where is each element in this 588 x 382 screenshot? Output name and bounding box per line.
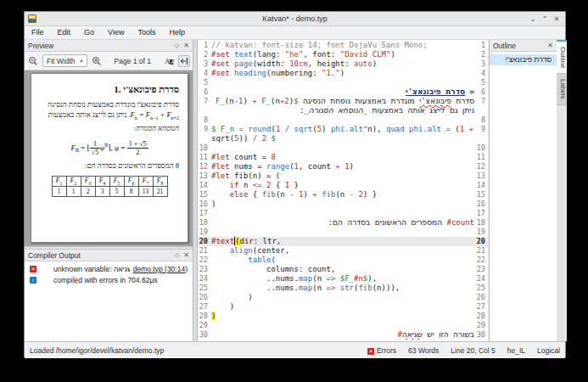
code-text[interactable]: if n <= 2 { 1 } bbox=[211, 181, 474, 190]
line-number-right: 2 bbox=[474, 50, 488, 59]
editor-line[interactable]: 18#count המספרים הראשונים בסדרה הם:18 bbox=[198, 218, 488, 228]
editor-line[interactable]: 9$ F_n = round(1 / sqrt(5) phi.alt^n), q… bbox=[198, 125, 488, 143]
line-number-right: 15 bbox=[474, 190, 488, 199]
float-panel-icon[interactable]: ⬦ bbox=[175, 251, 180, 260]
title-bar[interactable]: Katvan* - demo.typ ⌄ ⌃ ✕ bbox=[25, 12, 565, 26]
status-he-il[interactable]: he_IL bbox=[507, 346, 525, 355]
menu-item-go[interactable]: Go bbox=[77, 26, 101, 39]
menu-item-edit[interactable]: Edit bbox=[51, 26, 78, 39]
code-text[interactable] bbox=[211, 321, 474, 330]
code-editor[interactable]: 1// katvan: font-size 14; font DejaVu Sa… bbox=[198, 40, 488, 341]
editor-line[interactable]: 2#set text(lang: "he", font: "David CLM"… bbox=[198, 50, 488, 59]
code-text[interactable]: #let nums = range(1, count + 1) bbox=[211, 162, 474, 171]
code-text[interactable]: #count המספרים הראשונים בסדרה הם: bbox=[211, 218, 474, 228]
code-text[interactable]: ..nums.map(n => $F_#n$), bbox=[211, 274, 474, 284]
editor-line[interactable]: 30בשורה הזו יש #שגיאה30 bbox=[198, 330, 488, 340]
status-errors[interactable]: ✕Errors bbox=[367, 346, 396, 355]
side-tab-outline[interactable]: Outline bbox=[557, 40, 567, 74]
editor-line[interactable]: 1// katvan: font-size 14; font DejaVu Sa… bbox=[198, 41, 488, 50]
editor-line[interactable]: 2929 bbox=[198, 321, 488, 330]
zoom-in-icon[interactable] bbox=[91, 55, 103, 67]
line-number-right: 11 bbox=[474, 153, 488, 162]
editor-line[interactable]: 88 bbox=[198, 115, 488, 125]
code-text[interactable]: #set page(width: 10cm, height: auto) bbox=[211, 59, 474, 69]
code-text[interactable]: #let fib(n) = ( bbox=[211, 171, 474, 181]
status-line-20-col-5[interactable]: Line 20, Col 5 bbox=[451, 346, 495, 355]
editor-line[interactable]: 7סדרת פיבונאצ'י מוגדרת באמצעות נוסחת הנס… bbox=[198, 97, 488, 115]
compiler-panel-header: Compiler Output ⬦ ✕ bbox=[25, 250, 193, 261]
code-text[interactable]: $ F_n = round(1 / sqrt(5) phi.alt^n), qu… bbox=[211, 125, 474, 143]
outline-item[interactable]: סדרת פיבונאצ'י bbox=[490, 54, 557, 65]
side-tab-labels[interactable]: Labels bbox=[557, 74, 567, 105]
editor-line[interactable]: 21 align(center,21 bbox=[198, 246, 488, 256]
status-logical[interactable]: Logical bbox=[537, 346, 560, 355]
code-text[interactable] bbox=[211, 115, 474, 125]
editor-line[interactable]: 11#let count = 811 bbox=[198, 153, 488, 162]
editor-line[interactable]: 25 ..nums.map(n => str(fib(n))),25 bbox=[198, 284, 488, 293]
document-page: 1. סדרת פיבונאצ'י סדרת פיבונאצ'י מוגדרת … bbox=[31, 73, 188, 243]
float-panel-icon[interactable]: ⬦ bbox=[175, 42, 180, 50]
code-text[interactable]: #set heading(numbering: "1.") bbox=[211, 69, 474, 78]
line-number-left: 11 bbox=[198, 153, 211, 162]
code-text[interactable]: ) bbox=[211, 199, 474, 209]
code-text[interactable] bbox=[211, 228, 474, 237]
editor-line[interactable]: 27 )27 bbox=[198, 302, 488, 312]
code-text[interactable]: = סדרת פיבונאצ'י bbox=[211, 87, 474, 97]
editor-line[interactable]: 6= סדרת פיבונאצ'י6 bbox=[198, 87, 488, 97]
zoom-out-icon[interactable] bbox=[27, 55, 39, 67]
line-number-right: 17 bbox=[474, 209, 488, 218]
editor-line[interactable]: 23 columns: count,23 bbox=[198, 265, 488, 274]
menu-item-view[interactable]: View bbox=[101, 26, 131, 39]
code-text[interactable]: align(center, bbox=[211, 246, 474, 256]
code-text[interactable]: #text(dir: ltr, bbox=[211, 237, 474, 246]
code-text[interactable]: ) bbox=[211, 312, 474, 321]
close-panel-icon[interactable]: ✕ bbox=[183, 251, 189, 260]
code-text[interactable] bbox=[211, 143, 474, 153]
code-text[interactable]: table( bbox=[211, 256, 474, 265]
editor-line[interactable]: 28)28 bbox=[198, 312, 488, 321]
line-number-right: 23 bbox=[474, 265, 488, 274]
emphasized-text: הנוסחא הסגורה bbox=[136, 124, 179, 132]
code-text[interactable]: columns: count, bbox=[211, 265, 474, 274]
menu-item-tools[interactable]: Tools bbox=[131, 26, 162, 39]
menu-item-file[interactable]: File bbox=[25, 26, 51, 39]
line-number-right: 22 bbox=[474, 256, 488, 265]
preview-viewport[interactable]: 1. סדרת פיבונאצ'י סדרת פיבונאצ'י מוגדרת … bbox=[25, 70, 193, 246]
code-text[interactable]: סדרת פיבונאצ'י מוגדרת באמצעות נוסחת הנסי… bbox=[211, 97, 474, 115]
editor-line[interactable]: 55 bbox=[198, 78, 488, 87]
code-text[interactable] bbox=[211, 78, 474, 87]
code-text[interactable]: ..nums.map(n => str(fib(n))), bbox=[211, 284, 474, 293]
editor-line[interactable]: 1919 bbox=[198, 228, 488, 237]
close-panel-icon[interactable]: ✕ bbox=[547, 42, 553, 49]
editor-line[interactable]: 1717 bbox=[198, 209, 488, 218]
code-text[interactable]: ) bbox=[211, 293, 474, 302]
editor-line[interactable]: 4#set heading(numbering: "1.")4 bbox=[198, 69, 488, 78]
editor-line[interactable]: 13#let fib(n) = (13 bbox=[198, 171, 488, 181]
code-text[interactable]: else { fib(n - 1) + fib(n - 2) } bbox=[211, 190, 474, 199]
invert-colors-icon[interactable]: AA bbox=[163, 55, 175, 67]
editor-line[interactable]: 3#set page(width: 10cm, height: auto)3 bbox=[198, 59, 488, 69]
editor-line[interactable]: 12#let nums = range(1, count + 1)12 bbox=[198, 162, 488, 171]
editor-line[interactable]: 16)16 bbox=[198, 199, 488, 209]
editor-line[interactable]: 24 ..nums.map(n => $F_#n$),24 bbox=[198, 274, 488, 284]
code-text[interactable]: #let count = 8 bbox=[211, 153, 474, 162]
close-panel-icon[interactable]: ✕ bbox=[183, 42, 189, 50]
code-text[interactable] bbox=[211, 209, 474, 218]
follow-cursor-icon[interactable] bbox=[178, 55, 190, 67]
editor-line[interactable]: 1010 bbox=[198, 143, 488, 153]
menu-item-help[interactable]: Help bbox=[162, 26, 192, 39]
zoom-mode-select[interactable]: Fit Width ▾ bbox=[42, 54, 87, 67]
code-text[interactable]: // katvan: font-size 14; font DejaVu San… bbox=[211, 41, 474, 50]
doc-count-line: 8 המספרים הראשונים בסדרה הם: bbox=[40, 161, 179, 170]
source-location-link[interactable]: demo.typ (30:14) bbox=[133, 265, 188, 273]
code-text[interactable]: #set text(lang: "he", font: "David CLM") bbox=[211, 50, 474, 59]
status-63-words[interactable]: 63 Words bbox=[408, 346, 439, 355]
table-header-cell: F4 bbox=[95, 176, 109, 186]
editor-line[interactable]: 15 else { fib(n - 1) + fib(n - 2) }15 bbox=[198, 190, 488, 199]
editor-line[interactable]: 20#text(dir: ltr,20 bbox=[198, 237, 488, 246]
editor-line[interactable]: 26 )26 bbox=[198, 293, 488, 302]
editor-line[interactable]: 22 table(22 bbox=[198, 256, 488, 265]
code-text[interactable]: ) bbox=[211, 302, 474, 312]
editor-line[interactable]: 14 if n <= 2 { 1 }14 bbox=[198, 181, 488, 190]
code-text[interactable]: בשורה הזו יש #שגיאה bbox=[211, 330, 474, 340]
